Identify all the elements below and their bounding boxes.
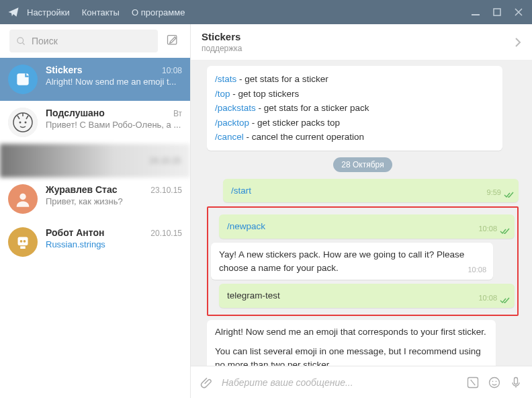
chat-title: Stickers [202,31,242,42]
message-input[interactable]: Наберите ваше сообщение... [222,377,458,388]
svg-rect-4 [17,73,28,85]
avatar [8,184,38,214]
mic-icon[interactable] [509,376,523,389]
avatar [8,227,38,257]
date-separator: 28 Октября [333,157,392,172]
svg-rect-18 [515,377,518,384]
menu-contacts[interactable]: Контакты [82,7,120,17]
svg-point-8 [25,122,27,124]
emoji-icon[interactable] [488,376,501,389]
svg-point-17 [496,381,497,382]
svg-point-9 [19,194,26,200]
highlight-box: /newpack 10:08 Yay! A new stickers pack.… [207,206,519,315]
chevron-right-icon[interactable] [515,37,521,48]
chat-item-stickers[interactable]: Stickers10:08 Alright! Now send me an em… [0,58,190,101]
avatar [8,108,38,137]
svg-rect-10 [18,237,28,246]
titlebar: Настройки Контакты О программе [0,0,532,24]
bot-commands-icon[interactable] [466,376,480,389]
message-in: Yay! A new stickers pack. How are we goi… [211,243,493,280]
message-in: /stats - get stats for a sticker/top - g… [207,66,502,151]
menu-settings[interactable]: Настройки [27,7,70,17]
compose-icon[interactable] [166,34,181,48]
chat-subtitle: поддержка [202,44,242,53]
messages-area[interactable]: /stats - get stats for a sticker/top - g… [191,61,532,366]
searchbar: Поиск [0,24,190,58]
chat-list: Stickers10:08 Alright! Now send me an em… [0,58,190,398]
message-out: /start 9:59 [223,179,519,203]
svg-point-5 [8,108,38,137]
menu-about[interactable]: О программе [132,7,185,17]
chat-item-blurred[interactable]: 24.10.15 [0,144,190,177]
attach-icon[interactable] [200,376,214,389]
sidebar: Поиск Stickers10:08 Alright! Now send me… [0,24,191,398]
chat-header: Stickers поддержка [191,24,532,61]
read-ticks-icon [500,297,511,304]
maximize-icon[interactable] [489,4,505,20]
svg-point-11 [20,240,23,243]
telegram-logo-icon [7,5,20,19]
svg-point-7 [19,122,21,124]
message-out: /newpack 10:08 [219,214,515,239]
svg-point-2 [17,37,24,43]
svg-rect-13 [20,246,26,249]
main-panel: Stickers поддержка /stats - get stats fo… [191,24,532,398]
svg-rect-1 [494,9,500,15]
composer: Наберите ваше сообщение... [191,366,532,398]
search-placeholder: Поиск [32,36,58,46]
svg-point-15 [490,377,500,387]
read-ticks-icon [500,228,511,235]
message-in: Alright! Now send me an emoji that corre… [207,320,496,366]
minimize-icon[interactable] [468,4,484,20]
close-icon[interactable] [511,4,527,20]
svg-point-12 [24,240,26,243]
read-ticks-icon [504,192,515,198]
chat-item[interactable]: ПодслушаноВт Привет! С Вами Робо-Олень, … [0,101,190,144]
chat-item[interactable]: Робот Антон20.10.15 Russian.strings [0,221,190,264]
message-out: telegram-test 10:08 [219,284,515,308]
svg-rect-0 [472,14,480,15]
search-input[interactable]: Поиск [9,30,158,52]
avatar [8,65,38,94]
svg-point-16 [492,381,494,382]
chat-item[interactable]: Журавлев Стас23.10.15 Привет, как жизнь? [0,177,190,221]
